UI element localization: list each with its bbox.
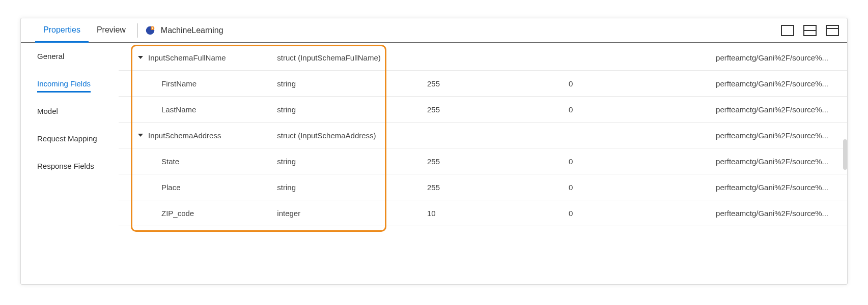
sidebar-item-label: Model bbox=[37, 107, 58, 115]
sidebar-item-label: General bbox=[37, 52, 64, 60]
field-precision bbox=[422, 45, 549, 70]
sidebar-item-incoming-fields[interactable]: Incoming Fields bbox=[37, 79, 91, 93]
field-path: perfteamctg/Gani%2F/source%... bbox=[711, 71, 847, 96]
field-type: struct (InputSchemaFullName) bbox=[277, 45, 407, 70]
sidebar-item-label: Response Fields bbox=[37, 162, 94, 170]
table-row[interactable]: InputSchemaAddressstruct (InputSchemaAdd… bbox=[119, 123, 847, 148]
field-type: integer bbox=[277, 200, 407, 226]
field-scale bbox=[564, 45, 696, 70]
svg-point-2 bbox=[152, 27, 153, 29]
field-name: InputSchemaAddress bbox=[148, 131, 221, 140]
object-label: MachineLearning bbox=[145, 25, 223, 36]
field-path: perfteamctg/Gani%2F/source%... bbox=[711, 174, 847, 200]
sidebar-item-response-fields[interactable]: Response Fields bbox=[37, 162, 94, 175]
field-precision: 10 bbox=[422, 200, 549, 226]
field-path: perfteamctg/Gani%2F/source%... bbox=[711, 45, 847, 70]
field-path: perfteamctg/Gani%2F/source%... bbox=[711, 148, 847, 174]
field-type: string bbox=[277, 148, 407, 174]
view-split-horizontal-icon[interactable] bbox=[803, 25, 817, 36]
scrollbar-thumb[interactable] bbox=[843, 139, 847, 170]
table-row[interactable]: Placestring2550perfteamctg/Gani%2F/sourc… bbox=[119, 174, 847, 200]
field-scale: 0 bbox=[564, 71, 696, 96]
field-type: string bbox=[277, 97, 407, 122]
tab-properties[interactable]: Properties bbox=[35, 19, 89, 43]
field-precision bbox=[422, 123, 549, 148]
sidebar-item-general[interactable]: General bbox=[37, 52, 64, 65]
field-path: perfteamctg/Gani%2F/source%... bbox=[711, 123, 847, 148]
tab-preview[interactable]: Preview bbox=[89, 19, 134, 43]
topbar: Properties Preview MachineLearning bbox=[21, 18, 847, 43]
table-row[interactable]: LastNamestring2550perfteamctg/Gani%2F/so… bbox=[119, 97, 847, 123]
sidebar-item-request-mapping[interactable]: Request Mapping bbox=[37, 134, 97, 147]
field-name: Place bbox=[161, 183, 181, 192]
sidebar-item-label: Incoming Fields bbox=[37, 79, 91, 88]
field-name: FirstName bbox=[161, 79, 197, 88]
view-bottom-panel-icon[interactable] bbox=[781, 25, 794, 36]
field-type: struct (InputSchemaAddress) bbox=[277, 123, 407, 148]
field-scale: 0 bbox=[564, 200, 696, 226]
sidebar: General Incoming Fields Model Request Ma… bbox=[21, 43, 119, 284]
object-name: MachineLearning bbox=[161, 26, 223, 35]
sidebar-item-label: Request Mapping bbox=[37, 134, 97, 143]
chevron-down-icon[interactable] bbox=[138, 134, 143, 137]
content-area: InputSchemaFullNamestruct (InputSchemaFu… bbox=[119, 43, 847, 284]
table-row[interactable]: FirstNamestring2550perfteamctg/Gani%2F/s… bbox=[119, 71, 847, 97]
view-window-icon[interactable] bbox=[826, 25, 839, 36]
field-type: string bbox=[277, 71, 407, 96]
field-scale: 0 bbox=[564, 97, 696, 122]
field-path: perfteamctg/Gani%2F/source%... bbox=[711, 97, 847, 122]
field-name: State bbox=[161, 157, 179, 166]
field-scale: 0 bbox=[564, 148, 696, 174]
divider bbox=[137, 23, 137, 38]
machine-learning-icon bbox=[145, 25, 156, 36]
field-precision: 255 bbox=[422, 174, 549, 200]
sidebar-item-model[interactable]: Model bbox=[37, 107, 58, 120]
field-name: InputSchemaFullName bbox=[148, 53, 226, 62]
field-precision: 255 bbox=[422, 148, 549, 174]
table-row[interactable]: ZIP_codeinteger100perfteamctg/Gani%2F/so… bbox=[119, 200, 847, 226]
table-row[interactable]: InputSchemaFullNamestruct (InputSchemaFu… bbox=[119, 45, 847, 71]
tabs: Properties Preview bbox=[35, 18, 134, 42]
field-name: ZIP_code bbox=[161, 209, 194, 218]
field-scale bbox=[564, 123, 696, 148]
view-icons bbox=[781, 25, 839, 36]
field-scale: 0 bbox=[564, 174, 696, 200]
field-path: perfteamctg/Gani%2F/source%... bbox=[711, 200, 847, 226]
properties-panel: Properties Preview MachineLearning bbox=[20, 18, 848, 285]
tab-label: Properties bbox=[43, 25, 80, 35]
field-name: LastName bbox=[161, 105, 196, 114]
tab-label: Preview bbox=[97, 25, 126, 35]
chevron-down-icon[interactable] bbox=[138, 56, 143, 59]
field-precision: 255 bbox=[422, 97, 549, 122]
field-precision: 255 bbox=[422, 71, 549, 96]
table-row[interactable]: Statestring2550perfteamctg/Gani%2F/sourc… bbox=[119, 148, 847, 174]
fields-table: InputSchemaFullNamestruct (InputSchemaFu… bbox=[119, 45, 847, 226]
panel-body: General Incoming Fields Model Request Ma… bbox=[21, 43, 847, 284]
field-type: string bbox=[277, 174, 407, 200]
